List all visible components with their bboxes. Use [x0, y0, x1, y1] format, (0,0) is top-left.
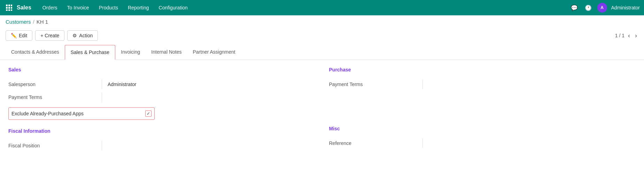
chat-icon[interactable]: 💬: [569, 3, 579, 13]
svg-rect-5: [11, 7, 12, 9]
svg-rect-2: [11, 5, 12, 6]
content-area: Sales Salesperson Administrator Payment …: [0, 60, 644, 159]
nav-right-area: 💬 🕐 A Administrator: [569, 3, 640, 13]
main-two-col: Sales Salesperson Administrator Payment …: [8, 67, 636, 152]
app-title: Sales: [17, 5, 31, 11]
purchase-payment-terms-label: Payment Terms: [329, 82, 420, 87]
salesperson-row: Salesperson Administrator: [8, 78, 315, 91]
plus-icon: +: [40, 33, 43, 38]
user-name: Administrator: [611, 5, 640, 10]
checkbox-container: Exclude Already-Purchased Apps ✓: [8, 107, 315, 120]
svg-rect-0: [6, 5, 8, 6]
left-column: Sales Salesperson Administrator Payment …: [8, 67, 315, 152]
sales-payment-terms-label: Payment Terms: [8, 94, 99, 100]
exclude-apps-label: Exclude Already-Purchased Apps: [11, 111, 145, 116]
action-bar: ✏️ Edit + Create ⚙ Action 1 / 1 ‹ ›: [0, 28, 644, 45]
avatar[interactable]: A: [597, 3, 607, 13]
svg-rect-4: [8, 7, 10, 9]
checkmark-icon: ✓: [147, 111, 150, 116]
svg-rect-6: [6, 9, 8, 11]
tab-sales-purchase[interactable]: Sales & Purchase: [65, 45, 115, 60]
salesperson-label: Salesperson: [8, 82, 99, 87]
gear-icon: ⚙: [72, 33, 77, 38]
svg-rect-1: [8, 5, 10, 6]
grid-menu-icon[interactable]: [4, 3, 14, 13]
sales-section: Sales Salesperson Administrator Payment …: [8, 67, 315, 120]
next-button[interactable]: ›: [634, 31, 638, 40]
edit-icon: ✏️: [11, 33, 17, 38]
breadcrumb-separator: /: [33, 19, 34, 25]
exclude-apps-checkbox[interactable]: ✓: [145, 110, 152, 117]
svg-rect-3: [6, 7, 8, 9]
purchase-section: Purchase Payment Terms: [329, 67, 636, 91]
nav-orders[interactable]: Orders: [38, 3, 62, 13]
nav-configuration[interactable]: Configuration: [155, 3, 192, 13]
activity-icon[interactable]: 🕐: [583, 3, 593, 13]
sales-section-title: Sales: [8, 67, 315, 72]
fiscal-position-row: Fiscal Position: [8, 139, 315, 152]
breadcrumb: Customers / KH 1: [0, 15, 644, 28]
purchase-payment-terms-row: Payment Terms: [329, 78, 636, 91]
fiscal-section: Fiscal Information Fiscal Position: [8, 128, 315, 152]
create-button[interactable]: + Create: [35, 30, 64, 41]
pagination: 1 / 1 ‹ ›: [615, 31, 638, 40]
fiscal-section-title: Fiscal Information: [8, 128, 315, 134]
edit-button[interactable]: ✏️ Edit: [6, 30, 32, 41]
top-navigation: Sales Orders To Invoice Products Reporti…: [0, 0, 644, 15]
salesperson-value: Administrator: [105, 82, 315, 87]
pagination-text: 1 / 1: [615, 33, 624, 38]
sales-payment-terms-row: Payment Terms: [8, 91, 315, 104]
breadcrumb-current: KH 1: [37, 19, 48, 25]
reference-label: Reference: [329, 140, 420, 146]
misc-section: Misc Reference: [329, 126, 636, 150]
misc-section-title: Misc: [329, 126, 636, 131]
breadcrumb-parent[interactable]: Customers: [6, 19, 31, 25]
tab-partner-assignment[interactable]: Partner Assignment: [187, 45, 241, 60]
tab-invoicing[interactable]: Invoicing: [115, 45, 146, 60]
svg-rect-8: [11, 9, 12, 11]
nav-menu: Orders To Invoice Products Reporting Con…: [38, 3, 569, 13]
reference-row: Reference: [329, 137, 636, 150]
nav-products[interactable]: Products: [95, 3, 122, 13]
action-button[interactable]: ⚙ Action: [67, 30, 98, 41]
exclude-apps-checkbox-row[interactable]: Exclude Already-Purchased Apps ✓: [8, 107, 155, 120]
tabs-bar: Contacts & Addresses Sales & Purchase In…: [0, 45, 644, 60]
right-column: Purchase Payment Terms Misc Reference: [329, 67, 636, 152]
svg-rect-7: [8, 9, 10, 11]
prev-button[interactable]: ‹: [627, 31, 631, 40]
tab-internal-notes[interactable]: Internal Notes: [146, 45, 187, 60]
fiscal-position-label: Fiscal Position: [8, 143, 99, 148]
tab-contacts[interactable]: Contacts & Addresses: [6, 45, 65, 60]
purchase-section-title: Purchase: [329, 67, 636, 72]
nav-to-invoice[interactable]: To Invoice: [63, 3, 93, 13]
nav-reporting[interactable]: Reporting: [124, 3, 153, 13]
